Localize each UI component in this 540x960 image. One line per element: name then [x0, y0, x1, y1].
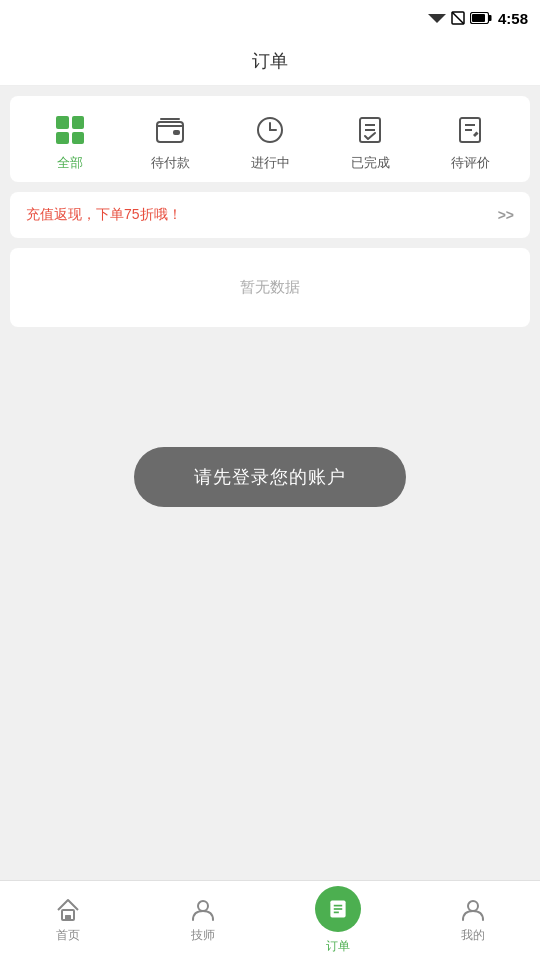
svg-rect-18: [65, 915, 71, 920]
tab-pending-review[interactable]: 待评价: [430, 112, 510, 172]
svg-point-25: [468, 901, 478, 911]
svg-rect-5: [472, 14, 485, 22]
order-active-circle: [315, 886, 361, 932]
page-header: 订单: [0, 36, 540, 86]
tab-all-label: 全部: [57, 154, 83, 172]
tab-pending-review-label: 待评价: [451, 154, 490, 172]
nav-technician-label: 技师: [191, 927, 215, 944]
mine-icon: [460, 897, 486, 923]
nav-order[interactable]: 订单: [298, 886, 378, 955]
tab-completed[interactable]: 已完成: [330, 112, 410, 172]
nav-mine-label: 我的: [461, 927, 485, 944]
order-tabs: 全部 待付款 进行中: [10, 96, 530, 182]
home-icon: [55, 897, 81, 923]
signal-icon: [451, 11, 465, 25]
tab-completed-label: 已完成: [351, 154, 390, 172]
no-data-section: 暂无数据: [10, 248, 530, 327]
battery-icon: [470, 12, 492, 24]
nav-home-label: 首页: [56, 927, 80, 944]
clock-icon: [256, 116, 284, 144]
wifi-icon: [428, 11, 446, 25]
tab-in-progress[interactable]: 进行中: [230, 112, 310, 172]
nav-order-label: 订单: [326, 938, 350, 955]
no-data-text: 暂无数据: [240, 278, 300, 295]
login-button[interactable]: 请先登录您的账户: [134, 447, 406, 507]
svg-point-19: [198, 901, 208, 911]
tab-pending-pay[interactable]: 待付款: [130, 112, 210, 172]
checklist-icon: [356, 116, 384, 144]
svg-marker-0: [428, 14, 446, 23]
status-time: 4:58: [498, 10, 528, 27]
tab-pending-pay-label: 待付款: [151, 154, 190, 172]
svg-rect-4: [488, 15, 491, 21]
grid-icon: [56, 116, 84, 144]
tab-in-progress-label: 进行中: [251, 154, 290, 172]
edit-icon: [456, 116, 484, 144]
login-section: 请先登录您的账户: [0, 447, 540, 507]
promo-banner[interactable]: 充值返现，下单75折哦！ >>: [10, 192, 530, 238]
svg-line-2: [452, 12, 464, 24]
bottom-nav: 首页 技师 订单: [0, 880, 540, 960]
tab-all[interactable]: 全部: [30, 112, 110, 172]
nav-mine[interactable]: 我的: [433, 897, 513, 944]
page-title: 订单: [252, 49, 288, 73]
promo-arrow: >>: [498, 207, 514, 223]
technician-icon: [190, 897, 216, 923]
status-bar: 4:58: [0, 0, 540, 36]
svg-rect-7: [173, 130, 180, 135]
nav-technician[interactable]: 技师: [163, 897, 243, 944]
promo-text: 充值返现，下单75折哦！: [26, 206, 182, 224]
wallet-icon: [155, 116, 185, 144]
nav-home[interactable]: 首页: [28, 897, 108, 944]
